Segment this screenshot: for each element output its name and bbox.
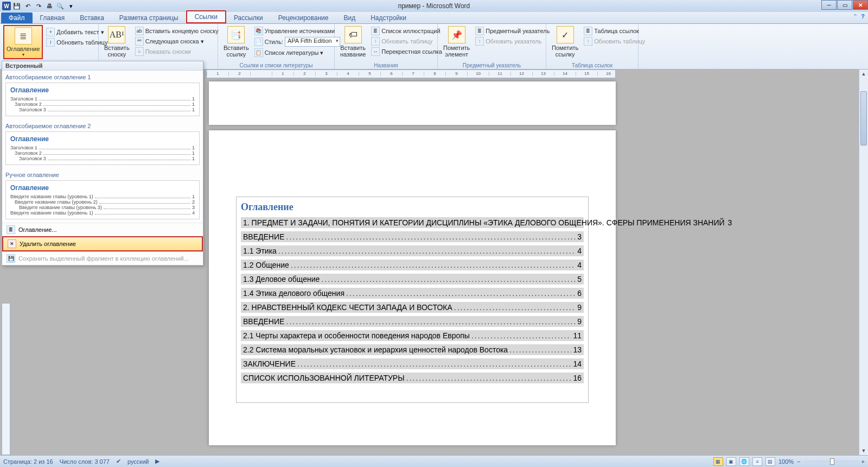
list-of-figures-button[interactable]: ≣Список иллюстраций [370, 26, 443, 36]
print-icon[interactable]: 🖶 [44, 1, 54, 11]
toc-gallery-dropdown: Встроенный Автособираемое оглавление 1 О… [2, 61, 203, 266]
group-citations-label: Ссылки и списки литературы [218, 62, 334, 68]
minimize-button[interactable]: ─ [821, 0, 837, 10]
view-web-layout[interactable]: 🌐 [739, 457, 749, 466]
close-button[interactable]: ✕ [853, 0, 868, 10]
add-text-icon: + [46, 28, 55, 36]
undo-icon[interactable]: ↶ [23, 1, 33, 11]
style-value[interactable]: APA Fifth Edition [285, 37, 340, 47]
mark-citation-icon: ✓ [557, 26, 574, 43]
horizontal-ruler[interactable]: 121234567891011121314151617 [206, 70, 616, 78]
insert-index-button[interactable]: ≣Предметный указатель [474, 26, 551, 36]
update-toa-icon: ! [584, 37, 592, 46]
toc-entry[interactable]: ВВЕДЕНИЕ................................… [241, 316, 584, 327]
toc-entry[interactable]: 1.1 Этика...............................… [241, 245, 584, 256]
toc-entry[interactable]: СПИСОК ИСПОЛЬЗОВАННОЙ ЛИТЕРАТУРЫ........… [241, 373, 584, 383]
insert-endnote-button[interactable]: abВставить концевую сноску [134, 26, 220, 36]
zoom-level[interactable]: 100% [778, 458, 794, 465]
tab-review[interactable]: Рецензирование [271, 12, 336, 23]
zoom-in-button[interactable]: + [861, 458, 865, 465]
update-figures-icon: ! [371, 37, 380, 46]
status-page[interactable]: Страница: 2 из 16 [3, 458, 53, 465]
toc-entry[interactable]: ЗАКЛЮЧЕНИЕ..............................… [241, 358, 584, 369]
insert-citation-button[interactable]: 📑 Вставить ссылку [221, 25, 251, 59]
ribbon-minimize-icon[interactable]: ⌃ [853, 13, 858, 20]
view-outline[interactable]: ≡ [752, 457, 762, 466]
mark-entry-button[interactable]: 📌 Пометить элемент [441, 25, 472, 59]
redo-icon[interactable]: ↷ [34, 1, 43, 11]
tab-references[interactable]: Ссылки [186, 10, 226, 23]
scroll-down-icon[interactable]: ▼ [859, 446, 868, 455]
toc-entry[interactable]: 2.2 Система моральных установок и иерарх… [241, 344, 584, 355]
toc-entry[interactable]: 1.4 Этика делового общения..............… [241, 288, 584, 299]
document-page[interactable]: Оглавление 1. ПРЕДМЕТ И ЗАДАЧИ, ПОНЯТИЯ … [209, 130, 616, 445]
next-footnote-icon: ᴬᴮ [135, 37, 144, 46]
tab-home[interactable]: Главная [33, 12, 73, 23]
gallery-item-auto1-title[interactable]: Автособираемое оглавление 1 [2, 71, 203, 81]
toc-entry[interactable]: 1.2 Общение.............................… [241, 260, 584, 270]
scroll-up-icon[interactable]: ▲ [859, 70, 868, 78]
insert-footnote-button[interactable]: AB¹ Вставить сноску [102, 25, 132, 59]
tab-insert[interactable]: Вставка [72, 12, 112, 23]
tab-file[interactable]: Файл [1, 12, 33, 23]
bibliography-button[interactable]: 📋Список литературы ▾ [253, 48, 341, 58]
gallery-item-manual-title[interactable]: Ручное оглавление [2, 168, 203, 179]
save-gallery-icon: 💾 [7, 254, 15, 263]
update-toa-button[interactable]: !Обновить таблицу [583, 36, 646, 46]
citation-style-combo[interactable]: 📄Стиль: APA Fifth Edition [253, 36, 341, 47]
tab-addins[interactable]: Надстройки [363, 12, 414, 23]
next-footnote-button[interactable]: ᴬᴮСледующая сноска ▾ [134, 36, 220, 46]
group-index-label: Предметный указатель [438, 62, 546, 68]
gallery-item-auto2-title[interactable]: Автособираемое оглавление 2 [2, 119, 203, 130]
endnote-icon: ab [135, 27, 144, 35]
mark-entry-label: Пометить элемент [443, 45, 470, 58]
view-print-layout[interactable]: ▦ [713, 457, 723, 466]
tab-view[interactable]: Вид [336, 12, 363, 23]
cross-reference-button[interactable]: ↔Перекрестная ссылка [370, 47, 443, 56]
mark-citation-button[interactable]: ✓ Пометить ссылку [550, 25, 580, 59]
window-title: пример - Microsoft Word [398, 2, 470, 10]
help-icon[interactable]: ? [861, 13, 865, 20]
vertical-scrollbar[interactable]: ▲ ▼ [859, 70, 868, 455]
scroll-thumb[interactable] [860, 91, 867, 146]
gallery-cmd-custom[interactable]: ≣ Оглавление... [2, 223, 203, 236]
update-figures-button[interactable]: !Обновить таблицу [370, 36, 443, 46]
group-toa-label: Таблица ссылок [546, 62, 638, 68]
status-macro-icon[interactable]: ▶ [155, 458, 159, 465]
insert-caption-button[interactable]: 🏷 Вставить название [338, 25, 368, 59]
gallery-item-auto1[interactable]: Оглавление Заголовок 11Заголовок 21Загол… [5, 83, 200, 116]
preview-line: Заголовок 21 [10, 150, 195, 156]
vertical-ruler[interactable] [2, 303, 10, 455]
zoom-out-button[interactable]: − [797, 458, 800, 465]
figures-icon: ≣ [371, 27, 380, 35]
toc-entry[interactable]: ВВЕДЕНИЕ................................… [241, 231, 584, 242]
toc-entry[interactable]: 1. ПРЕДМЕТ И ЗАДАЧИ, ПОНЯТИЯ И КАТЕГОРИИ… [241, 217, 584, 228]
toc-field[interactable]: Оглавление 1. ПРЕДМЕТ И ЗАДАЧИ, ПОНЯТИЯ … [236, 197, 589, 403]
gallery-cmd-remove[interactable]: ✕ Удалить оглавление [2, 236, 203, 251]
update-icon: ! [46, 38, 55, 47]
remove-toc-icon: ✕ [8, 239, 16, 248]
tab-page-layout[interactable]: Разметка страницы [112, 12, 186, 23]
gallery-item-auto2[interactable]: Оглавление Заголовок 11Заголовок 21Загол… [5, 131, 200, 165]
toc-button[interactable]: ≣ Оглавление ▾ [3, 25, 43, 59]
save-icon[interactable]: 💾 [12, 1, 22, 11]
insert-toa-button[interactable]: ≣Таблица ссылок [583, 26, 646, 36]
tab-mailings[interactable]: Рассылки [226, 12, 271, 23]
toc-entry[interactable]: 2.1 Черты характера и особенности поведе… [241, 330, 584, 341]
status-word-count[interactable]: Число слов: 3 077 [60, 458, 110, 465]
toc-entry[interactable]: 2. НРАВСТВЕННЫЙ КОДЕКС ЧЕСТИ ЗАПАДА И ВО… [241, 302, 584, 313]
status-proofing-icon[interactable]: ✔ [116, 458, 121, 465]
zoom-knob[interactable] [830, 458, 834, 465]
status-language[interactable]: русский [127, 458, 149, 465]
view-draft[interactable]: ▤ [765, 457, 775, 466]
maximize-button[interactable]: ▭ [837, 0, 852, 10]
toc-entry[interactable]: 1.3 Деловое общение.....................… [241, 274, 584, 285]
gallery-item-manual[interactable]: Оглавление Введите название главы (урове… [5, 180, 200, 219]
view-full-screen[interactable]: ▣ [726, 457, 736, 466]
preview-icon[interactable]: 🔍 [55, 1, 65, 11]
update-index-button[interactable]: !Обновить указатель [474, 36, 551, 46]
manage-sources-button[interactable]: 📚Управление источниками [253, 26, 341, 36]
qat-more-icon[interactable]: ▾ [66, 1, 76, 11]
show-footnotes-button[interactable]: ≡Показать сноски [134, 47, 220, 56]
zoom-slider[interactable] [804, 460, 858, 463]
